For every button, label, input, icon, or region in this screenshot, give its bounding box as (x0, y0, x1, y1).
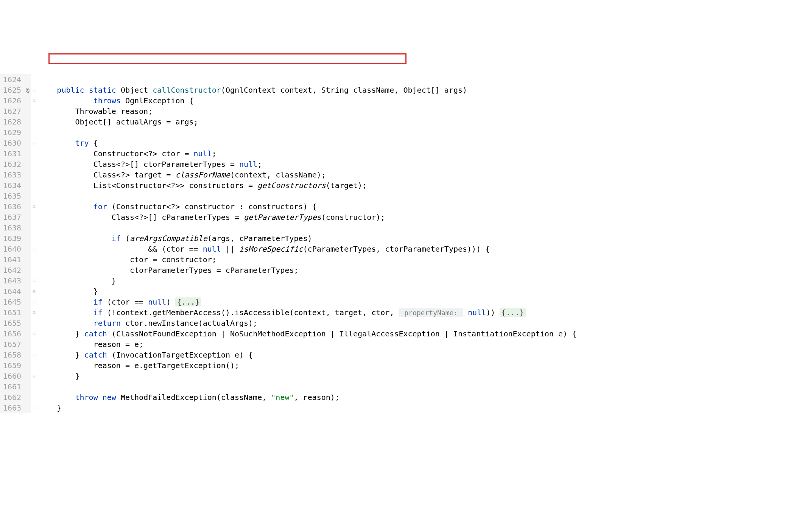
code-line[interactable]: } (39, 286, 576, 297)
line-number[interactable]: 1643 (3, 275, 21, 286)
line-number[interactable]: 1660 (3, 371, 21, 381)
line-number[interactable]: 1626 (3, 95, 21, 106)
code-editor[interactable]: 1624162516261627162816291630163116321633… (0, 42, 785, 424)
code-area[interactable]: public static Object callConstructor(Ogn… (37, 74, 576, 413)
fold-column[interactable]: ⊟⊟⊟⊟⊟⊟⊟⊞⊞⊟⊟⊟⊟ (31, 74, 37, 413)
code-line[interactable]: ctor = constructor; (39, 254, 576, 265)
code-line[interactable]: if (!context.getMemberAccess().isAccessi… (39, 307, 576, 318)
line-number[interactable]: 1625 (3, 85, 21, 95)
fold-toggle-icon[interactable]: ⊟ (31, 85, 37, 95)
fold-toggle-icon[interactable]: ⊟ (31, 275, 37, 286)
code-line[interactable]: } (39, 275, 576, 286)
gutter-marker (24, 360, 31, 371)
code-line[interactable] (39, 381, 576, 392)
line-number[interactable]: 1627 (3, 106, 21, 117)
line-number[interactable]: 1630 (3, 138, 21, 148)
code-line[interactable]: throws OgnlException { (39, 95, 576, 106)
line-number[interactable]: 1635 (3, 191, 21, 201)
line-number[interactable]: 1632 (3, 159, 21, 170)
line-number[interactable]: 1631 (3, 148, 21, 159)
code-line[interactable]: } catch (ClassNotFoundException | NoSuch… (39, 328, 576, 339)
gutter-marker (24, 371, 31, 381)
line-number[interactable]: 1636 (3, 201, 21, 212)
code-line[interactable]: for (Constructor<?> constructor : constr… (39, 201, 576, 212)
gutter-marker (24, 212, 31, 222)
code-line[interactable] (39, 191, 576, 201)
code-line[interactable] (39, 127, 576, 138)
code-line[interactable]: if (ctor == null) {...} (39, 297, 576, 307)
line-number[interactable]: 1656 (3, 328, 21, 339)
token: (context, className); (230, 170, 326, 179)
line-number[interactable]: 1637 (3, 212, 21, 222)
fold-toggle-icon[interactable]: ⊟ (31, 328, 37, 339)
code-line[interactable]: reason = e.getTargetException(); (39, 360, 576, 371)
code-line[interactable]: try { (39, 138, 576, 148)
gutter-marker (24, 127, 31, 138)
line-number[interactable]: 1629 (3, 127, 21, 138)
fold-toggle-icon[interactable]: ⊞ (31, 307, 37, 318)
token-fold-badge[interactable]: {...} (500, 308, 525, 317)
code-line[interactable]: Class<?>[] ctorParameterTypes = null; (39, 159, 576, 170)
code-line[interactable]: reason = e; (39, 339, 576, 350)
line-number[interactable]: 1657 (3, 339, 21, 350)
gutter-marker (24, 106, 31, 117)
line-number[interactable]: 1645 (3, 297, 21, 307)
code-line[interactable] (39, 222, 576, 233)
line-number[interactable]: 1628 (3, 117, 21, 127)
token: } (39, 350, 84, 359)
code-line[interactable]: } (39, 371, 576, 381)
fold-toggle-icon[interactable]: ⊟ (31, 350, 37, 360)
code-line[interactable]: Constructor<?> ctor = null; (39, 148, 576, 159)
code-line[interactable]: } catch (InvocationTargetException e) { (39, 350, 576, 360)
code-line[interactable] (39, 74, 576, 85)
code-line[interactable]: Object[] actualArgs = args; (39, 117, 576, 127)
line-number[interactable]: 1633 (3, 170, 21, 180)
code-line[interactable]: return ctor.newInstance(actualArgs); (39, 318, 576, 328)
token: ( (121, 234, 130, 243)
gutter-marker[interactable]: @ (24, 85, 31, 95)
line-number[interactable]: 1624 (3, 74, 21, 85)
code-line[interactable]: Class<?> target = classForName(context, … (39, 170, 576, 180)
code-line[interactable]: Throwable reason; (39, 106, 576, 117)
line-number[interactable]: 1640 (3, 244, 21, 254)
line-number[interactable]: 1638 (3, 222, 21, 233)
line-number[interactable]: 1658 (3, 350, 21, 360)
fold-toggle-icon[interactable]: ⊟ (31, 201, 37, 212)
token-mname: callConstructor (153, 86, 221, 95)
fold-toggle-icon[interactable]: ⊟ (31, 95, 37, 106)
token: (ctor == (103, 297, 148, 306)
code-line[interactable]: throw new MethodFailedException(classNam… (39, 392, 576, 403)
fold-toggle-icon[interactable]: ⊟ (31, 138, 37, 148)
line-number[interactable]: 1662 (3, 392, 21, 403)
fold-toggle-icon[interactable]: ⊞ (31, 297, 37, 307)
line-number[interactable]: 1642 (3, 265, 21, 275)
line-number[interactable]: 1639 (3, 233, 21, 244)
token: && (ctor == (39, 244, 202, 254)
code-line[interactable]: Class<?>[] cParameterTypes = getParamete… (39, 212, 576, 222)
marker-column[interactable]: @ (24, 74, 31, 413)
code-line[interactable]: ctorParameterTypes = cParameterTypes; (39, 265, 576, 275)
code-line[interactable]: if (areArgsCompatible(args, cParameterTy… (39, 233, 576, 244)
code-line[interactable]: } (39, 403, 576, 413)
code-line[interactable]: public static Object callConstructor(Ogn… (39, 85, 576, 95)
fold-toggle-icon[interactable]: ⊟ (31, 286, 37, 297)
line-number[interactable]: 1659 (3, 360, 21, 371)
line-number[interactable]: 1641 (3, 254, 21, 265)
token: ctor.newInstance(actualArgs); (121, 319, 257, 328)
code-line[interactable]: List<Constructor<?>> constructors = getC… (39, 180, 576, 191)
fold-toggle-icon[interactable]: ⊟ (31, 403, 37, 413)
token: (Constructor<?> constructor : constructo… (107, 202, 317, 211)
line-number[interactable]: 1655 (3, 318, 21, 328)
token: (constructor); (321, 213, 385, 222)
code-line[interactable]: && (ctor == null || isMoreSpecific(cPara… (39, 244, 576, 254)
line-number[interactable]: 1663 (3, 403, 21, 413)
line-number[interactable]: 1644 (3, 286, 21, 297)
line-number[interactable]: 1651 (3, 307, 21, 318)
fold-toggle-icon[interactable]: ⊟ (31, 244, 37, 254)
fold-toggle-icon[interactable]: ⊟ (31, 371, 37, 381)
token (463, 308, 468, 317)
line-number-gutter[interactable]: 1624162516261627162816291630163116321633… (0, 74, 24, 413)
line-number[interactable]: 1661 (3, 381, 21, 392)
token-fold-badge[interactable]: {...} (175, 297, 201, 306)
line-number[interactable]: 1634 (3, 180, 21, 191)
